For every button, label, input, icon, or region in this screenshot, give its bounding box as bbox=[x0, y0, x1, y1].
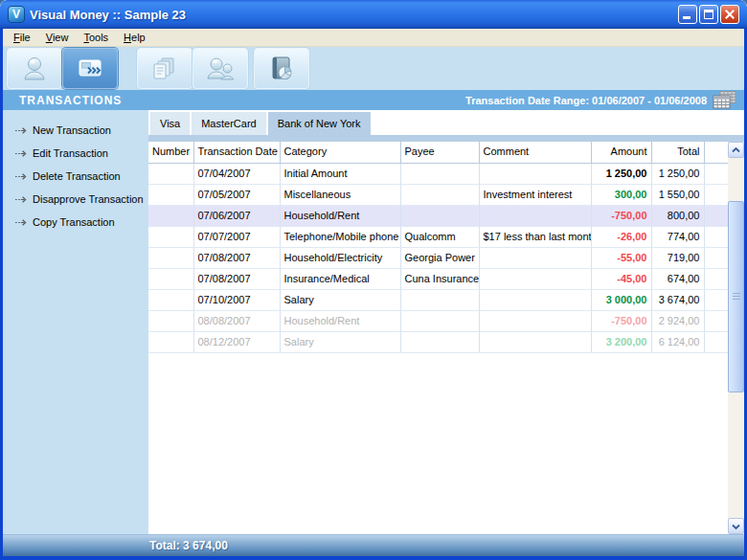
cell-filler bbox=[704, 226, 728, 247]
app-window: V Visual Money :: Sample 23 File View To… bbox=[0, 0, 747, 560]
cell-date: 07/08/2007 bbox=[193, 268, 280, 289]
cell-number bbox=[148, 205, 193, 226]
cell-amount: -45,00 bbox=[591, 268, 651, 289]
column-header-payee[interactable]: Payee bbox=[400, 142, 479, 163]
toolbar bbox=[3, 47, 744, 90]
menu-file-accel: F bbox=[13, 32, 20, 43]
table-row[interactable]: 08/12/2007Salary3 200,006 124,00 bbox=[148, 331, 728, 352]
accounts-button[interactable] bbox=[7, 48, 62, 89]
cell-category: Insurance/Medical bbox=[280, 268, 400, 289]
table-row[interactable]: 07/07/2007Telephone/Mobile phoneQualcomm… bbox=[148, 226, 728, 247]
cell-date: 08/12/2007 bbox=[193, 331, 280, 352]
sidebar-item-label: Delete Transaction bbox=[33, 170, 121, 182]
title-bar: V Visual Money :: Sample 23 bbox=[0, 0, 747, 29]
column-header-number[interactable]: Number bbox=[148, 142, 193, 163]
cell-amount: 1 250,00 bbox=[591, 163, 651, 184]
cell-payee: Cuna Insurance bbox=[400, 268, 479, 289]
menu-bar: File View Tools Help bbox=[3, 29, 744, 47]
column-header-amount[interactable]: Amount bbox=[591, 142, 651, 163]
column-header-date[interactable]: Transaction Date bbox=[193, 142, 280, 163]
cell-payee bbox=[400, 310, 479, 331]
table-row[interactable]: 07/05/2007MiscellaneousInvestment intere… bbox=[148, 184, 728, 205]
cell-date: 07/07/2007 bbox=[193, 226, 280, 247]
scroll-down-button[interactable] bbox=[728, 518, 744, 534]
users-icon bbox=[206, 55, 235, 83]
tab-visa[interactable]: Visa bbox=[150, 112, 190, 135]
cell-number bbox=[148, 226, 193, 247]
minimize-button[interactable] bbox=[678, 5, 697, 24]
cell-category: Initial Amount bbox=[280, 163, 400, 184]
cell-total: 800,00 bbox=[651, 205, 704, 226]
close-button[interactable] bbox=[720, 5, 739, 24]
cell-total: 3 674,00 bbox=[651, 289, 704, 310]
cell-date: 07/08/2007 bbox=[193, 247, 280, 268]
transactions-button[interactable] bbox=[62, 48, 118, 89]
reports-button[interactable] bbox=[254, 48, 309, 89]
cell-payee bbox=[400, 289, 479, 310]
menu-file-label: ile bbox=[20, 32, 31, 43]
cell-payee: Georgia Power bbox=[400, 247, 479, 268]
cell-payee bbox=[400, 205, 479, 226]
copy-documents-button[interactable] bbox=[137, 48, 192, 89]
sidebar-item-label: New Transaction bbox=[33, 124, 111, 136]
cell-filler bbox=[704, 289, 728, 310]
table-row[interactable]: 07/08/2007Household/ElectricityGeorgia P… bbox=[148, 247, 728, 268]
sidebar-item-edit-transaction[interactable]: Edit Transaction bbox=[3, 142, 148, 165]
copy-icon bbox=[150, 55, 179, 83]
arrow-icon bbox=[14, 195, 27, 204]
cell-date: 07/04/2007 bbox=[193, 163, 280, 184]
content-area: Visa MasterCard Bank of New York NumberT… bbox=[148, 110, 744, 534]
sidebar-item-delete-transaction[interactable]: Delete Transaction bbox=[3, 165, 148, 188]
table-row[interactable]: 07/04/2007Initial Amount1 250,001 250,00 bbox=[148, 163, 728, 184]
main-area: New Transaction Edit Transaction Delete … bbox=[3, 110, 744, 534]
payees-button[interactable] bbox=[192, 48, 248, 89]
cell-category: Salary bbox=[280, 331, 400, 352]
cell-comment bbox=[479, 205, 591, 226]
table-row[interactable]: 07/06/2007Household/Rent-750,00800,00 bbox=[148, 205, 728, 226]
table-row[interactable]: 08/08/2007Household/Rent-750,002 924,00 bbox=[148, 310, 728, 331]
column-header-category[interactable]: Category bbox=[280, 142, 400, 163]
cell-filler bbox=[704, 331, 728, 352]
cell-total: 1 550,00 bbox=[651, 184, 704, 205]
menu-help[interactable]: Help bbox=[116, 30, 153, 45]
scrollbar-thumb[interactable] bbox=[728, 201, 744, 392]
cell-comment: $17 less than last month bbox=[479, 226, 591, 247]
scroll-up-button[interactable] bbox=[728, 142, 744, 158]
menu-help-accel: H bbox=[124, 32, 131, 43]
status-total: Total: 3 674,00 bbox=[3, 539, 228, 552]
cell-filler bbox=[704, 310, 728, 331]
column-header-total[interactable]: Total bbox=[651, 142, 704, 163]
menu-tools[interactable]: Tools bbox=[76, 30, 116, 45]
cell-category: Miscellaneous bbox=[280, 184, 400, 205]
close-icon bbox=[724, 9, 736, 20]
sidebar-item-disapprove-transaction[interactable]: Disapprove Transaction bbox=[3, 188, 148, 211]
cell-amount: 3 000,00 bbox=[591, 289, 651, 310]
cell-amount: -750,00 bbox=[591, 310, 651, 331]
cell-number bbox=[148, 331, 193, 352]
tab-bank-of-new-york[interactable]: Bank of New York bbox=[268, 112, 371, 135]
section-header: TRANSACTIONS Transaction Date Range: 01/… bbox=[3, 90, 744, 110]
column-header-comment[interactable]: Comment bbox=[479, 142, 591, 163]
calendar-icon[interactable] bbox=[713, 91, 737, 109]
menu-view[interactable]: View bbox=[38, 30, 77, 45]
menu-tools-label: ools bbox=[89, 32, 108, 43]
table-row[interactable]: 07/10/2007Salary3 000,003 674,00 bbox=[148, 289, 728, 310]
maximize-button[interactable] bbox=[699, 5, 718, 24]
tab-mastercard[interactable]: MasterCard bbox=[192, 112, 265, 135]
cell-number bbox=[148, 247, 193, 268]
cell-total: 719,00 bbox=[651, 247, 704, 268]
sidebar-item-new-transaction[interactable]: New Transaction bbox=[3, 119, 148, 142]
table-row[interactable]: 07/08/2007Insurance/MedicalCuna Insuranc… bbox=[148, 268, 728, 289]
menu-help-label: elp bbox=[131, 32, 146, 43]
table-body: 07/04/2007Initial Amount1 250,001 250,00… bbox=[148, 163, 728, 352]
cell-amount: 300,00 bbox=[591, 184, 651, 205]
cell-date: 08/08/2007 bbox=[193, 310, 280, 331]
sidebar-item-copy-transaction[interactable]: Copy Transaction bbox=[3, 211, 148, 234]
cell-payee: Qualcomm bbox=[400, 226, 479, 247]
cell-total: 674,00 bbox=[651, 268, 704, 289]
sidebar-item-label: Edit Transaction bbox=[33, 147, 108, 159]
cell-category: Household/Rent bbox=[280, 205, 400, 226]
vertical-scrollbar[interactable] bbox=[728, 142, 744, 534]
cell-filler bbox=[704, 184, 728, 205]
menu-file[interactable]: File bbox=[6, 30, 38, 45]
